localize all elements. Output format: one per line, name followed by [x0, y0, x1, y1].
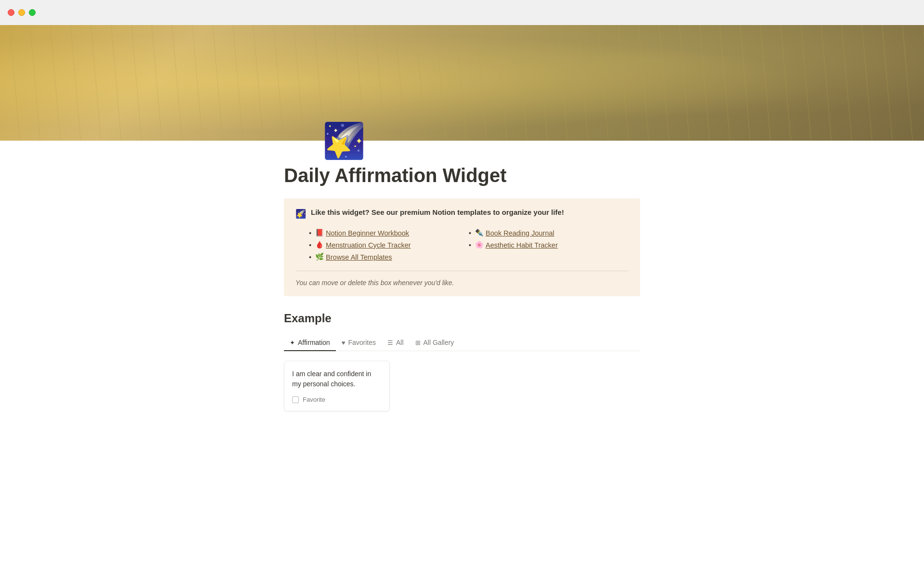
all-gallery-tab-label: All Gallery	[424, 339, 454, 346]
tab-all[interactable]: ☰ All	[382, 335, 410, 351]
affirmation-tab-icon: ✦	[290, 339, 295, 346]
favorite-label: Favorite	[303, 396, 325, 403]
menstruation-tracker-link[interactable]: Menstruation Cycle Tracker	[326, 241, 411, 249]
tab-affirmation[interactable]: ✦ Affirmation	[284, 335, 336, 351]
bullet-icon: •	[309, 229, 311, 237]
tab-favorites[interactable]: ♥ Favorites	[336, 335, 382, 351]
bullet-icon: •	[469, 229, 471, 237]
close-button[interactable]	[8, 9, 14, 16]
callout-links-right: • ✒️ Book Reading Journal • 🌸 Aesthetic …	[469, 227, 629, 263]
title-bar	[0, 0, 924, 25]
notion-beginner-workbook-link[interactable]: Notion Beginner Workbook	[326, 229, 409, 237]
page-wrapper: 🌠 Daily Affirmation Widget 🌠 Like this w…	[0, 25, 924, 440]
all-gallery-tab-icon: ⊞	[415, 339, 421, 346]
aesthetic-habit-tracker-link[interactable]: Aesthetic Habit Tracker	[486, 241, 558, 249]
bullet-icon: •	[309, 253, 311, 261]
list-item: • ✒️ Book Reading Journal	[469, 227, 629, 239]
card-affirmation-text: I am clear and confident in my personal …	[292, 369, 382, 389]
bullet-icon: •	[309, 241, 311, 249]
callout-header: 🌠 Like this widget? See our premium Noti…	[295, 208, 629, 219]
minimize-button[interactable]	[18, 9, 25, 16]
list-item: • 🩸 Menstruation Cycle Tracker	[309, 239, 469, 251]
callout-divider	[295, 271, 629, 271]
tabs-container: ✦ Affirmation ♥ Favorites ☰ All ⊞ All Ga…	[284, 335, 640, 351]
favorites-tab-icon: ♥	[342, 339, 346, 346]
tab-all-gallery[interactable]: ⊞ All Gallery	[410, 335, 460, 351]
callout-header-text: Like this widget? See our premium Notion…	[311, 208, 564, 216]
link-emoji-5: 🌸	[475, 241, 484, 249]
callout-links-left: • 📕 Notion Beginner Workbook • 🩸 Menstru…	[309, 227, 469, 263]
book-reading-journal-link[interactable]: Book Reading Journal	[486, 229, 554, 237]
list-item: • 📕 Notion Beginner Workbook	[309, 227, 469, 239]
card-checkbox-row[interactable]: Favorite	[292, 396, 382, 403]
page-content: 🌠 Daily Affirmation Widget 🌠 Like this w…	[245, 123, 679, 440]
callout-note: You can move or delete this box whenever…	[295, 279, 629, 287]
list-item: • 🌿 Browse All Templates	[309, 251, 469, 263]
link-emoji-2: 🩸	[315, 241, 324, 249]
bullet-icon: •	[469, 241, 471, 249]
page-title: Daily Affirmation Widget	[284, 164, 640, 187]
all-tab-icon: ☰	[387, 339, 393, 346]
favorite-checkbox[interactable]	[292, 396, 299, 403]
callout-icon: 🌠	[295, 209, 306, 219]
page-icon: 🌠	[322, 123, 640, 158]
browse-templates-link[interactable]: Browse All Templates	[326, 253, 392, 261]
favorites-tab-label: Favorites	[348, 339, 376, 346]
affirmation-card: I am clear and confident in my personal …	[284, 361, 390, 411]
callout-links: • 📕 Notion Beginner Workbook • 🩸 Menstru…	[295, 227, 629, 263]
link-emoji-4: ✒️	[475, 229, 484, 237]
link-emoji-1: 📕	[315, 229, 324, 237]
maximize-button[interactable]	[29, 9, 36, 16]
link-emoji-3: 🌿	[315, 253, 324, 261]
example-section-title: Example	[284, 312, 640, 325]
affirmation-tab-label: Affirmation	[298, 339, 330, 346]
all-tab-label: All	[396, 339, 404, 346]
list-item: • 🌸 Aesthetic Habit Tracker	[469, 239, 629, 251]
callout-box: 🌠 Like this widget? See our premium Noti…	[284, 198, 640, 296]
